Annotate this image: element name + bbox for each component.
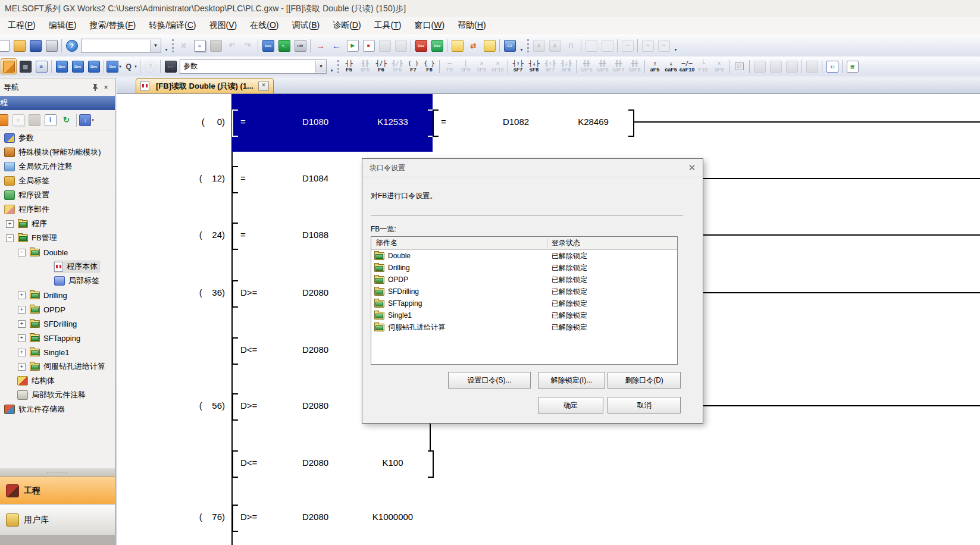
read-from-plc-button[interactable]: ←	[329, 38, 344, 53]
cut-button[interactable]: ✕	[176, 38, 191, 53]
expand-icon[interactable]: +	[6, 220, 14, 228]
ladder-edit4-button[interactable]	[804, 59, 819, 74]
ladder-symbol-f5-button[interactable]: ┤├F5	[341, 58, 357, 76]
note-display-button[interactable]	[482, 38, 497, 53]
tree-item-sftapping[interactable]: +SFTapping	[0, 331, 115, 345]
compare-operator[interactable]: D>=	[240, 287, 257, 299]
tree-item-body[interactable]: 程序本体	[54, 261, 100, 272]
nav-refresh-button[interactable]: ↻	[59, 112, 74, 127]
tree-item-body[interactable]: 全局软元件注释	[4, 161, 75, 173]
tree-item-body[interactable]: 软元件存储器	[4, 403, 67, 415]
ladder-edit3-button[interactable]	[784, 59, 799, 74]
ladder-symbol-af8-button[interactable]: ╢↓╟aF8	[558, 58, 574, 76]
tree-item-[interactable]: 局部标签	[0, 274, 115, 288]
verify-start-button[interactable]: ▶	[345, 38, 360, 53]
watch-stop-button[interactable]	[600, 38, 615, 53]
ladder-symbol-saf8-button[interactable]: ╫╫saF8	[627, 58, 643, 76]
navigation-window-button[interactable]	[1, 58, 17, 74]
tree-item-body[interactable]: OPDP	[29, 305, 68, 315]
ladder-symbol-sf7-button[interactable]: ┤↑├sF7	[510, 58, 526, 76]
compare-operator[interactable]: =	[240, 173, 246, 184]
module-configuration-button[interactable]: ▤	[18, 59, 33, 74]
expand-icon[interactable]: +	[18, 349, 26, 356]
operand-device[interactable]: D1082	[489, 116, 543, 128]
compare-operator[interactable]: D<=	[240, 344, 257, 356]
chevron-down-icon[interactable]: ▾	[92, 118, 94, 123]
output-window-button[interactable]: ≡	[34, 59, 49, 74]
dialog-close-icon[interactable]: ✕	[681, 159, 703, 177]
toolbar-handle[interactable]	[172, 39, 174, 52]
nav-paste-button[interactable]	[27, 112, 42, 127]
ladder-symbol-caf5-button[interactable]: ↓caF5	[663, 58, 679, 76]
tree-item-drilling[interactable]: +Drilling	[0, 288, 115, 302]
ladder-symbol-saf7-button[interactable]: ╫╫saF7	[610, 58, 627, 76]
tree-item-[interactable]: 全局软元件注释	[0, 159, 115, 174]
ladder-symbol-saf6-button[interactable]: ╫╫saF6	[594, 58, 610, 76]
write-to-plc-button[interactable]: →	[313, 38, 328, 53]
help-button[interactable]: ?	[64, 38, 79, 53]
device-comment-button[interactable]: Dev	[261, 38, 275, 53]
window-select-combobox[interactable]: 参数▼	[180, 59, 327, 74]
fb-list-row[interactable]: Single1已解除锁定	[371, 309, 677, 321]
ladder-symbol-sf9-button[interactable]: │sF9	[458, 58, 474, 76]
device-test-button[interactable]: HW	[293, 38, 308, 53]
device-display-green-button[interactable]: Dev	[430, 38, 444, 53]
expand-icon[interactable]: +	[18, 363, 26, 371]
monitor-window-button[interactable]: >_	[277, 38, 292, 53]
compare-operator[interactable]: =	[240, 116, 246, 128]
tree-item-body[interactable]: FB管理	[17, 232, 60, 244]
operand-constant[interactable]: K100	[364, 457, 421, 469]
tree-item-body[interactable]: Single1	[29, 347, 71, 358]
menu-item-8[interactable]: 诊断(D)	[326, 17, 367, 35]
nav-copy-button[interactable]: ≡	[11, 112, 26, 127]
fb-list-row[interactable]: Double已解除锁定	[371, 250, 677, 262]
device-memory-button[interactable]: Dev	[86, 59, 101, 74]
tree-item-[interactable]: +程序	[0, 217, 115, 231]
ladder-edit1-button[interactable]	[752, 59, 767, 74]
dialog-titlebar[interactable]: 块口令设置 ✕	[362, 159, 703, 177]
device-comment2-button[interactable]: Dev	[70, 59, 85, 74]
ladder-symbol-cf9-button[interactable]: ×cF9	[474, 58, 490, 76]
tree-item-body[interactable]: 局部标签	[54, 275, 102, 287]
ladder-symbol-cf10-button[interactable]: ×cF10	[490, 58, 506, 76]
tree-item-body[interactable]: 参数	[4, 132, 36, 144]
document-gen-button[interactable]: ≣	[845, 59, 860, 74]
trend-monitor-button[interactable]: ~	[656, 38, 671, 53]
save-project-button[interactable]	[28, 38, 43, 53]
operand-device[interactable]: D2080	[289, 287, 342, 299]
fb-list-row[interactable]: 伺服钻孔进给计算已解除锁定	[371, 321, 677, 333]
toolbar-handle[interactable]	[337, 60, 339, 73]
comment-display-button[interactable]	[450, 38, 465, 53]
tree-item-[interactable]: 程序本体	[0, 259, 115, 274]
nav-property-button[interactable]: i	[43, 112, 58, 127]
device-comment1-button[interactable]: Dev	[54, 59, 69, 74]
ladder-edit2-button[interactable]	[768, 59, 783, 74]
user-library-button[interactable]: 用户库	[0, 504, 115, 535]
operand-constant[interactable]: K28469	[565, 116, 622, 128]
tree-item-body[interactable]: 程序设置	[4, 189, 52, 201]
panel-splitter[interactable]: .........	[0, 468, 115, 477]
verify-b-button[interactable]	[393, 38, 408, 53]
tree-item-body[interactable]: 程序	[17, 218, 49, 230]
toolbar-overflow-icon[interactable]: ▾	[518, 37, 525, 54]
tree-item-[interactable]: 局部软元件注释	[0, 388, 115, 402]
fb-list-row[interactable]: OPDP已解除锁定	[371, 274, 677, 286]
compare-operator[interactable]: D>=	[240, 400, 257, 412]
tree-item-fb[interactable]: −FB管理	[0, 231, 115, 245]
chevron-down-icon[interactable]: ▾	[119, 64, 121, 69]
menu-item-7[interactable]: 调试(B)	[285, 17, 326, 35]
scan-time-button[interactable]: ~	[620, 38, 635, 53]
tree-item-body[interactable]: Drilling	[29, 290, 70, 300]
nav-edit-button[interactable]	[0, 112, 10, 127]
tree-item-body[interactable]: 结构体	[17, 375, 57, 387]
coil-search-button[interactable]: -( )	[825, 59, 840, 74]
copy-button[interactable]: ≡	[192, 38, 207, 53]
tree-item-[interactable]: 程序部件	[0, 202, 115, 217]
toolbar-overflow-icon[interactable]: ▾	[162, 37, 170, 54]
chevron-down-icon[interactable]: ▾	[134, 64, 137, 69]
operand-constant[interactable]: K12533	[364, 116, 421, 128]
menu-item-10[interactable]: 窗口(W)	[408, 17, 452, 35]
device-display-red-button[interactable]: Dev	[414, 38, 428, 53]
tree-item-[interactable]: 特殊模块(智能功能模块)	[0, 145, 115, 159]
ladder-symbol-af9-button[interactable]: ×aF9	[711, 58, 727, 76]
